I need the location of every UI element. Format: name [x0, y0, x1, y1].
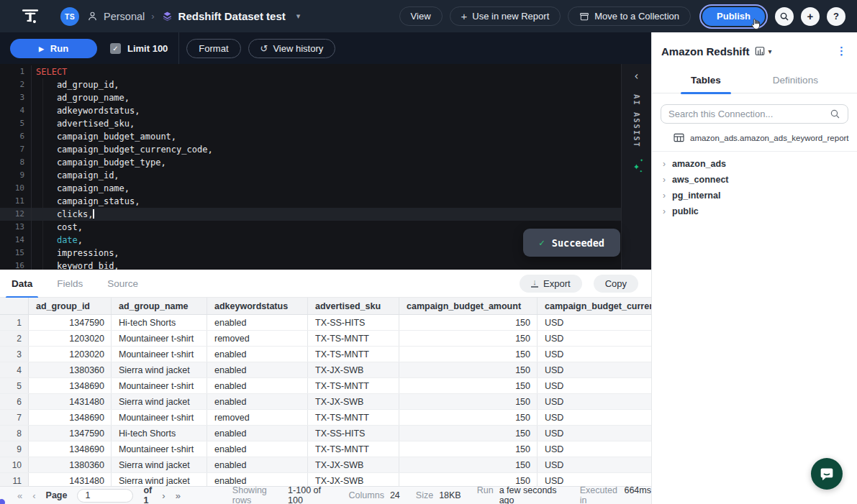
sql-editor[interactable]: 1SELECT2 ad_group_id,3 ad_group_name,4 a…: [0, 64, 651, 270]
table-cell[interactable]: Mountaineer t-shirt: [112, 410, 207, 425]
table-cell[interactable]: Hi-tech Shorts: [112, 315, 207, 330]
table-cell[interactable]: USD: [538, 394, 651, 409]
view-button[interactable]: View: [399, 6, 443, 26]
table-cell[interactable]: removed: [207, 410, 308, 425]
table-cell[interactable]: 1203020: [29, 331, 112, 346]
table-cell[interactable]: TX-SS-HITS: [308, 426, 399, 441]
column-header-campaign_budget_currency_code[interactable]: campaign_budget_currency_code: [538, 298, 651, 314]
table-cell[interactable]: TX-JX-SWB: [308, 394, 399, 409]
code-line-9[interactable]: 9 campaign_id,: [0, 169, 621, 182]
table-cell[interactable]: 150: [399, 441, 538, 457]
table-cell[interactable]: 1380360: [29, 362, 112, 377]
table-cell[interactable]: TX-TS-MNTT: [308, 331, 399, 346]
page-title[interactable]: Redshift Dataset test: [178, 10, 286, 22]
table-cell[interactable]: enabled: [207, 378, 308, 393]
table-cell[interactable]: Mountaineer t-shirt: [112, 378, 207, 393]
tab-fields[interactable]: Fields: [51, 270, 89, 298]
table-cell[interactable]: USD: [538, 457, 651, 472]
table-cell[interactable]: enabled: [207, 426, 308, 441]
table-cell[interactable]: Mountaineer t-shirt: [112, 441, 207, 457]
code-line-12[interactable]: 12 clicks,: [0, 208, 621, 221]
table-cell[interactable]: 150: [399, 394, 538, 409]
table-cell[interactable]: TX-JX-SWB: [308, 362, 399, 377]
table-cell[interactable]: 150: [399, 315, 538, 330]
code-line-4[interactable]: 4 adkeywordstatus,: [0, 104, 621, 117]
column-header-adkeywordstatus[interactable]: adkeywordstatus: [207, 298, 308, 314]
help-button[interactable]: ?: [827, 7, 845, 26]
connection-search-input[interactable]: [668, 109, 830, 119]
format-button[interactable]: Format: [186, 39, 240, 58]
table-cell[interactable]: enabled: [207, 457, 308, 472]
tab-data[interactable]: Data: [6, 270, 38, 298]
table-cell[interactable]: Mountaineer t-shirt: [112, 331, 207, 346]
code-line-5[interactable]: 5 advertised_sku,: [0, 117, 621, 130]
column-header-ad_group_name[interactable]: ad_group_name: [112, 298, 207, 314]
sidebar-tab-tables[interactable]: Tables: [681, 66, 731, 93]
run-button[interactable]: ▶ Run: [10, 39, 97, 58]
column-header-campaign_budget_amount[interactable]: campaign_budget_amount: [399, 298, 538, 314]
connection-caret-icon[interactable]: ▾: [768, 47, 772, 55]
table-cell[interactable]: USD: [538, 410, 651, 425]
export-button[interactable]: ↓ Export: [520, 275, 582, 293]
table-cell[interactable]: USD: [538, 315, 651, 330]
table-cell[interactable]: 1431480: [29, 394, 112, 409]
breadcrumb-personal[interactable]: Personal: [104, 11, 145, 22]
table-cell[interactable]: 150: [399, 362, 538, 377]
table-cell[interactable]: Mountaineer t-shirt: [112, 347, 207, 362]
code-line-11[interactable]: 11 campaign_status,: [0, 195, 621, 208]
app-logo-icon[interactable]: [20, 6, 40, 27]
page-input[interactable]: [77, 489, 133, 503]
table-cell[interactable]: USD: [538, 331, 651, 346]
ai-sparkle-icon[interactable]: ✦ ✦ ✦: [633, 160, 640, 173]
code-line-7[interactable]: 7 campaign_budget_currency_code,: [0, 143, 621, 156]
table-cell[interactable]: 150: [399, 426, 538, 441]
code-line-16[interactable]: 16 keyword_bid,: [0, 260, 621, 270]
table-cell[interactable]: Sierra wind jacket: [112, 362, 207, 377]
table-cell[interactable]: 1347590: [29, 315, 112, 330]
table-cell[interactable]: removed: [207, 331, 308, 346]
limit-checkbox[interactable]: ✓: [110, 43, 121, 54]
code-line-8[interactable]: 8 campaign_budget_type,: [0, 156, 621, 169]
table-cell[interactable]: TX-JX-SWB: [308, 457, 399, 472]
next-page-icon[interactable]: ›: [162, 490, 165, 501]
table-cell[interactable]: 150: [399, 347, 538, 362]
table-cell[interactable]: USD: [538, 441, 651, 457]
table-cell[interactable]: TX-JX-SWB: [308, 473, 399, 486]
schema-item-aws_connect[interactable]: ›aws_connect: [652, 172, 857, 188]
table-cell[interactable]: 1431480: [29, 473, 112, 486]
ai-assist-panel[interactable]: ‹ AI ASSIST ✦ ✦ ✦: [621, 64, 651, 270]
first-page-icon[interactable]: «: [17, 490, 22, 501]
tab-source[interactable]: Source: [101, 270, 144, 298]
table-cell[interactable]: Sierra wind jacket: [112, 394, 207, 409]
publish-button[interactable]: Publish: [702, 7, 765, 26]
avatar[interactable]: TS: [60, 7, 79, 26]
code-line-6[interactable]: 6 campaign_budget_amount,: [0, 130, 621, 143]
table-cell[interactable]: USD: [538, 378, 651, 393]
table-cell[interactable]: USD: [538, 362, 651, 377]
table-cell[interactable]: TX-TS-MNTT: [308, 441, 399, 457]
table-cell[interactable]: TX-SS-HITS: [308, 315, 399, 330]
use-in-new-report-button[interactable]: + Use in new Report: [450, 6, 561, 26]
table-cell[interactable]: TX-TS-MNTT: [308, 410, 399, 425]
copy-button[interactable]: Copy: [594, 275, 638, 293]
table-cell[interactable]: enabled: [207, 441, 308, 457]
table-cell[interactable]: Sierra wind jacket: [112, 457, 207, 472]
table-cell[interactable]: 1203020: [29, 347, 112, 362]
table-cell[interactable]: 1347590: [29, 426, 112, 441]
table-cell[interactable]: 1348690: [29, 378, 112, 393]
view-history-button[interactable]: ↺ View history: [248, 39, 336, 58]
table-list-item[interactable]: amazon_ads.amazon_ads_keyword_report: [652, 124, 857, 151]
table-cell[interactable]: TX-TS-MNTT: [308, 378, 399, 393]
move-to-collection-button[interactable]: Move to a Collection: [568, 6, 691, 26]
column-header-advertised_sku[interactable]: advertised_sku: [308, 298, 399, 314]
limit-checkbox-group[interactable]: ✓ Limit 100: [110, 43, 168, 54]
column-header-ad_group_id[interactable]: ad_group_id: [29, 298, 112, 314]
schema-item-pg_internal[interactable]: ›pg_internal: [652, 188, 857, 203]
table-cell[interactable]: USD: [538, 347, 651, 362]
table-cell[interactable]: enabled: [207, 394, 308, 409]
create-new-button[interactable]: +: [801, 7, 820, 26]
code-line-10[interactable]: 10 campaign_name,: [0, 182, 621, 195]
table-cell[interactable]: 1348690: [29, 410, 112, 425]
collapse-chevron-icon[interactable]: ‹: [633, 70, 640, 83]
table-cell[interactable]: enabled: [207, 315, 308, 330]
